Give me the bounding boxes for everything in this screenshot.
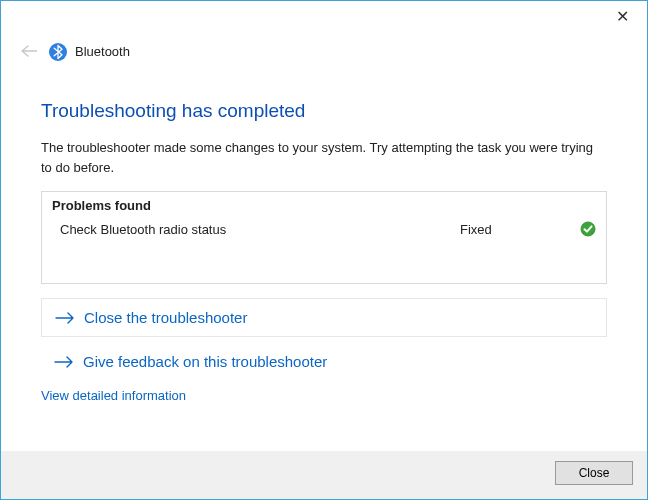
main-heading: Troubleshooting has completed [41, 100, 607, 122]
bluetooth-icon [49, 43, 67, 61]
footer-bar: Close [1, 451, 647, 499]
content-area: Troubleshooting has completed The troubl… [1, 74, 647, 451]
close-troubleshooter-label: Close the troubleshooter [84, 309, 247, 326]
back-arrow-icon[interactable] [15, 37, 43, 66]
close-button[interactable]: Close [555, 461, 633, 485]
title-bar: ✕ [1, 1, 647, 33]
window-close-icon[interactable]: ✕ [608, 5, 637, 29]
problem-status: Fixed [460, 222, 580, 237]
give-feedback-action[interactable]: Give feedback on this troubleshooter [41, 345, 607, 378]
table-row: Check Bluetooth radio status Fixed [52, 221, 596, 237]
description-text: The troubleshooter made some changes to … [41, 138, 607, 177]
header-row: Bluetooth [1, 33, 647, 74]
problems-found-box: Problems found Check Bluetooth radio sta… [41, 191, 607, 284]
status-fixed-icon [580, 221, 596, 237]
close-troubleshooter-action[interactable]: Close the troubleshooter [41, 298, 607, 337]
troubleshooter-window: ✕ Bluetooth Troubleshooting has complete… [0, 0, 648, 500]
arrow-right-icon [54, 310, 76, 326]
problems-heading: Problems found [52, 198, 596, 213]
problem-name: Check Bluetooth radio status [60, 222, 460, 237]
give-feedback-label: Give feedback on this troubleshooter [83, 353, 327, 370]
header-title: Bluetooth [75, 44, 130, 59]
view-detailed-label: View detailed information [41, 388, 186, 403]
arrow-right-icon [53, 354, 75, 370]
view-detailed-link[interactable]: View detailed information [41, 388, 607, 403]
